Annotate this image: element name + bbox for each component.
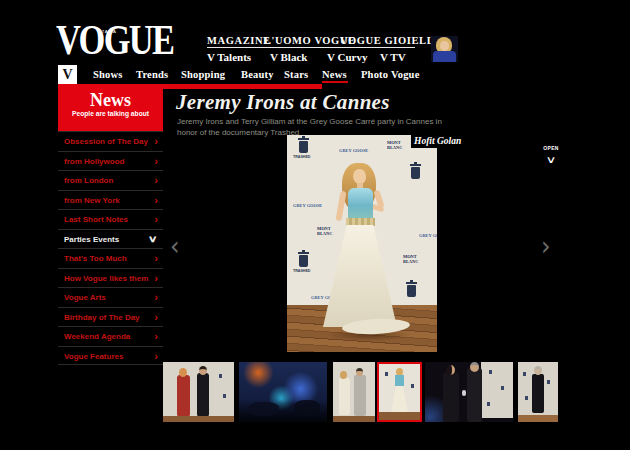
thumb5-head xyxy=(446,365,455,375)
nav-beauty[interactable]: Beauty xyxy=(241,69,274,80)
chevron-right-icon: › xyxy=(154,171,158,189)
vogue-logo[interactable]: VOGUE xyxy=(56,18,173,62)
chevron-right-icon: › xyxy=(154,132,158,150)
page-title: Jeremy Irons at Cannes xyxy=(176,90,390,115)
mont-blanc-logo: MONT BLANC xyxy=(403,255,416,264)
open-panel-button[interactable]: OPEN ∨ xyxy=(538,146,564,164)
sidebar-item-obsession-of-the-day[interactable]: Obsession of The Day› xyxy=(58,131,163,151)
sidebar-title: News xyxy=(58,90,163,110)
backdrop-mark xyxy=(223,394,226,398)
backdrop-mark xyxy=(501,386,504,390)
thumb4-gown xyxy=(391,386,408,413)
thumbnail-5[interactable] xyxy=(425,362,513,422)
vogue-logo-region: ITALIA xyxy=(100,29,116,34)
trashed-logo: TRASHED xyxy=(293,155,310,159)
thumb2-silhouettes xyxy=(249,402,279,416)
thumb5-microphone xyxy=(462,390,466,396)
sidebar-item-weekend-agenda[interactable]: Weekend Agenda› xyxy=(58,326,163,346)
trashed-can-icon xyxy=(299,255,308,267)
chevron-down-icon: ∨ xyxy=(148,230,158,248)
menu-magazine[interactable]: MAGAZINE xyxy=(207,35,271,46)
user-avatar[interactable] xyxy=(431,36,458,62)
photo-caption: Hofit Golan xyxy=(411,135,469,148)
sidebar-item-how-vogue-likes-them[interactable]: How Vogue likes them› xyxy=(58,268,163,288)
chevron-right-icon: › xyxy=(154,288,158,306)
menu-v-tv[interactable]: V TV xyxy=(380,51,406,63)
thumb1-floor xyxy=(163,416,234,422)
thumb6-man-black xyxy=(532,374,544,413)
thumb1-black-figure xyxy=(197,373,209,417)
thumb3-head xyxy=(340,371,347,379)
backdrop-mark xyxy=(411,384,414,388)
menu-v-curvy[interactable]: V Curvy xyxy=(327,51,367,63)
menu-vogue-gioiello[interactable]: VOGUE GIOIELLO xyxy=(340,35,443,46)
chevron-right-icon: › xyxy=(154,249,158,267)
thumb2-silhouettes xyxy=(294,400,320,416)
menu-divider xyxy=(207,47,415,48)
sidebar-item-from-hollywood[interactable]: from Hollywood› xyxy=(58,151,163,171)
thumb4-blue-top xyxy=(395,375,404,386)
menu-v-talents[interactable]: V Talents xyxy=(207,51,251,63)
backdrop-mark xyxy=(523,372,526,376)
thumbnail-2[interactable] xyxy=(239,362,327,422)
figure-face xyxy=(353,169,366,184)
thumbnail-3[interactable] xyxy=(333,362,375,422)
thumb5-interviewer xyxy=(443,372,459,422)
backdrop-mark xyxy=(489,370,492,374)
sidebar-item-vogue-arts[interactable]: Vogue Arts› xyxy=(58,287,163,307)
chevron-right-icon: › xyxy=(154,191,158,209)
figure-waist-band xyxy=(346,218,375,226)
trashed-can-icon xyxy=(411,167,420,179)
nav-v-badge[interactable]: V xyxy=(58,65,77,85)
trashed-can-icon xyxy=(299,141,308,153)
thumb3-woman-gown xyxy=(339,378,350,415)
thumbnail-6[interactable] xyxy=(518,362,558,422)
grey-goose-logo: GREY GOOSE xyxy=(419,233,437,238)
thumbnail-1[interactable] xyxy=(163,362,234,422)
thumb1-head xyxy=(199,366,207,375)
chevron-down-icon: ∨ xyxy=(532,155,571,164)
backdrop-mark xyxy=(525,396,528,400)
figure-left-arm xyxy=(335,191,346,222)
nav-shopping[interactable]: Shopping xyxy=(181,69,225,80)
thumb5-backdrop xyxy=(481,362,513,418)
sidebar-item-from-new-york[interactable]: from New York› xyxy=(58,190,163,210)
chevron-right-icon: › xyxy=(154,152,158,170)
avatar-face xyxy=(440,41,449,51)
chevron-right-icon: › xyxy=(154,327,158,345)
nav-trends[interactable]: Trends xyxy=(136,69,168,80)
nav-stars[interactable]: Stars xyxy=(284,69,308,80)
thumb5-man xyxy=(467,368,482,422)
backdrop-mark xyxy=(487,402,490,406)
thumb6-head xyxy=(534,366,542,375)
backdrop-mark xyxy=(547,380,550,384)
sidebar-item-birthday-of-the-day[interactable]: Birthday of The Day› xyxy=(58,307,163,327)
thumb3-floor xyxy=(333,416,375,422)
trashed-logo: TRASHED xyxy=(293,269,310,273)
menu-v-black[interactable]: V Black xyxy=(270,51,307,63)
sidebar-menu: Obsession of The Day› from Hollywood› fr… xyxy=(58,131,163,365)
trashed-can-icon xyxy=(407,285,416,297)
nav-shows[interactable]: Shows xyxy=(93,69,123,80)
sidebar-item-parties-events[interactable]: Parties Events∨ xyxy=(58,229,163,249)
thumb5-head xyxy=(470,362,479,372)
thumb1-red-figure xyxy=(177,375,190,417)
mont-blanc-logo: MONT BLANC xyxy=(387,141,400,150)
sidebar-item-thats-too-much[interactable]: That's Too Much› xyxy=(58,248,163,268)
chevron-right-icon: › xyxy=(154,269,158,287)
main-photo[interactable]: TRASHED GREY GOOSE MONT BLANC GREY GOOSE… xyxy=(287,135,437,352)
nav-news[interactable]: News xyxy=(322,69,347,80)
figure-gown-skirt xyxy=(323,225,397,327)
thumb3-man-suit xyxy=(354,375,366,416)
sidebar-item-from-london[interactable]: from London› xyxy=(58,170,163,190)
sidebar-item-vogue-features[interactable]: Vogue Features› xyxy=(58,346,163,366)
nav-photo-vogue[interactable]: Photo Vogue xyxy=(361,69,420,80)
carousel-prev-arrow[interactable]: ‹ xyxy=(170,233,180,259)
carousel-next-arrow[interactable]: › xyxy=(541,233,551,259)
figure-sequin-top xyxy=(348,188,373,220)
thumbnail-4-selected[interactable] xyxy=(377,362,422,422)
avatar-clothing xyxy=(433,51,456,62)
thumb1-head xyxy=(179,368,187,377)
sidebar-subtitle: People are talking about xyxy=(72,110,150,117)
sidebar-item-last-short-notes[interactable]: Last Short Notes› xyxy=(58,209,163,229)
